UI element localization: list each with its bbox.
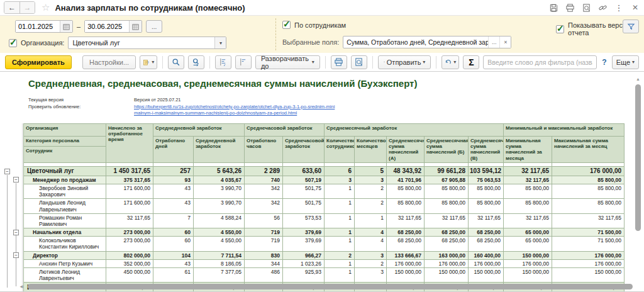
row-value-cell[interactable]: 32 117,65 [552, 213, 625, 228]
link-icon[interactable] [597, 3, 608, 13]
row-value-cell[interactable]: 8 186,05 [194, 259, 245, 267]
horizontal-scrollbar[interactable]: ◄ [19, 283, 634, 290]
back-button[interactable]: ← [4, 2, 19, 13]
row-value-cell[interactable]: 3 990,70 [194, 199, 245, 213]
row-value-cell[interactable]: 379,69 [283, 228, 325, 237]
row-value-cell[interactable]: 273 000,00 [106, 237, 153, 251]
row-value-cell[interactable]: 3 990,70 [194, 184, 245, 198]
row-value-cell[interactable]: 2 289 [245, 166, 283, 176]
row-value-cell[interactable]: 85 800,00 [425, 184, 469, 198]
row-value-cell[interactable]: 1 [325, 237, 355, 251]
row-value-cell[interactable]: 32 117,65 [425, 213, 469, 228]
row-value-cell[interactable]: 4 [355, 237, 387, 251]
by-employees-checkbox[interactable] [282, 21, 291, 29]
row-value-cell[interactable]: 5 643,26 [194, 166, 245, 176]
row-value-cell[interactable]: 160 400,00 [469, 251, 504, 259]
row-value-cell[interactable]: 7 [153, 213, 194, 228]
row-value-cell[interactable]: 43 [153, 259, 194, 267]
row-value-cell[interactable]: 85 800,00 [552, 199, 625, 213]
row-value-cell[interactable]: 5 [355, 166, 387, 176]
row-value-cell[interactable]: 171 600,00 [106, 184, 153, 198]
row-value-cell[interactable]: 104 [153, 251, 194, 259]
row-value-cell[interactable]: 68 250,00 [469, 237, 504, 251]
row-value-cell[interactable]: 4 588,24 [194, 213, 245, 228]
row-value-cell[interactable]: 7 711,54 [194, 251, 245, 259]
generate-button[interactable]: Сформировать [5, 55, 72, 69]
row-value-cell[interactable]: 85 800,00 [552, 176, 625, 184]
row-value-cell[interactable]: 150 000,00 [387, 268, 425, 283]
row-value-cell[interactable]: 61 [153, 268, 194, 283]
row-value-cell[interactable]: 68 250,00 [387, 237, 425, 251]
row-value-cell[interactable]: 2 [355, 184, 387, 198]
row-value-cell[interactable]: 65 000,00 [504, 228, 552, 237]
date-from-input[interactable] [16, 21, 60, 32]
row-value-cell[interactable]: 85 800,00 [469, 184, 504, 198]
row-value-cell[interactable]: 68 250,00 [387, 228, 425, 237]
row-value-cell[interactable]: 56 [245, 213, 283, 228]
update-link-line1[interactable]: https://buhexpert8.ru/1s-zup/otchetnost/… [134, 104, 335, 110]
row-value-cell[interactable]: 176 000,00 [504, 259, 552, 267]
search-next-button[interactable] [188, 55, 204, 69]
row-value-cell[interactable]: 925,93 [283, 268, 325, 283]
row-value-cell[interactable]: 4 035,67 [194, 176, 245, 184]
row-value-cell[interactable]: 150 000,00 [552, 268, 625, 283]
help-button[interactable]: ? [601, 58, 608, 67]
row-value-cell[interactable]: 68 250,00 [469, 228, 504, 237]
row-value-cell[interactable]: 1 [325, 184, 355, 198]
row-value-cell[interactable]: 150 000,00 [469, 268, 504, 283]
row-value-cell[interactable]: 352 000,00 [106, 259, 153, 267]
row-value-cell[interactable]: 1 [325, 228, 355, 237]
row-value-cell[interactable]: 1 450 317,65 [106, 166, 153, 176]
row-value-cell[interactable]: 3 [355, 268, 387, 283]
row-value-cell[interactable]: 32 117,65 [504, 176, 552, 184]
row-value-cell[interactable]: 1 [355, 213, 387, 228]
row-value-cell[interactable]: 163 000,00 [425, 251, 469, 259]
row-value-cell[interactable]: 830 [245, 251, 283, 259]
organization-value[interactable]: Цветочный луг [69, 39, 214, 47]
row-value-cell[interactable]: 1 023,26 [283, 259, 325, 267]
row-value-cell[interactable]: 375 317,65 [106, 176, 153, 184]
row-value-cell[interactable]: 176 000,00 [469, 259, 504, 267]
panel-filter-button[interactable] [623, 20, 639, 33]
row-value-cell[interactable]: 379,69 [283, 237, 325, 251]
row-value-cell[interactable]: 68 250,00 [425, 228, 469, 237]
print-button[interactable] [331, 55, 347, 69]
row-value-cell[interactable]: 2 [355, 259, 387, 267]
expand-levels-icon[interactable] [235, 55, 252, 69]
show-version-checkbox[interactable] [556, 25, 564, 33]
row-name-cell[interactable]: Ландышев Леонид Лавреньтиевич [24, 199, 106, 213]
row-name-cell[interactable]: Директор [24, 251, 106, 259]
row-value-cell[interactable]: 3 [325, 176, 355, 184]
row-value-cell[interactable]: 3 [355, 251, 387, 259]
row-value-cell[interactable]: 501,75 [283, 184, 325, 198]
calendar-icon[interactable] [129, 21, 142, 32]
row-name-cell[interactable]: Колокольчиков Константин Кириллович [24, 237, 106, 251]
row-value-cell[interactable]: 2 [355, 199, 387, 213]
row-value-cell[interactable]: 65 000,00 [504, 237, 552, 251]
row-value-cell[interactable]: 150 000,00 [504, 251, 552, 259]
close-icon[interactable]: ✕ [630, 3, 640, 13]
row-value-cell[interactable]: 171 600,00 [106, 199, 153, 213]
row-name-cell[interactable]: Лютиков Леонид Лаврентьевич [24, 268, 106, 283]
chevron-down-icon[interactable]: ▾ [214, 37, 226, 48]
save-icon[interactable] [548, 3, 558, 13]
collapse-toggle[interactable]: − [4, 169, 10, 174]
scroll-up-icon[interactable]: ▲ [635, 77, 641, 81]
selected-fields-more-button[interactable]: ... [488, 36, 499, 48]
row-value-cell[interactable]: 342 [245, 184, 283, 198]
send-button[interactable]: Отправить ▾ [378, 55, 431, 69]
row-value-cell[interactable]: 507,19 [283, 176, 325, 184]
row-value-cell[interactable]: 85 800,00 [387, 184, 425, 198]
row-value-cell[interactable]: 486 [245, 268, 283, 283]
period-more-button[interactable]: ... [146, 20, 162, 33]
row-value-cell[interactable]: 1 [325, 199, 355, 213]
row-value-cell[interactable]: 719 [245, 237, 283, 251]
search-button[interactable] [168, 55, 184, 69]
row-value-cell[interactable]: 450 000,00 [106, 268, 153, 283]
row-value-cell[interactable]: 501,75 [283, 199, 325, 213]
quick-filter-input[interactable] [483, 55, 597, 69]
selected-fields-clear-button[interactable]: × [499, 36, 511, 48]
collapse-toggle[interactable]: − [13, 252, 19, 258]
row-value-cell[interactable]: 32 117,65 [106, 213, 153, 228]
update-link-line2[interactable]: malnym-i-maksimalnym-summam-nachislenij-… [134, 110, 335, 116]
